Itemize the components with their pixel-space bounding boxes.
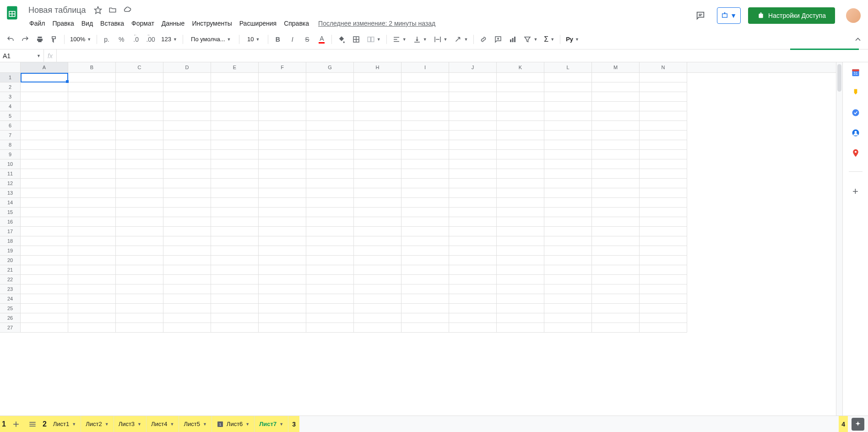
cell-I14[interactable] <box>401 198 449 208</box>
cell-N5[interactable] <box>640 111 687 121</box>
cell-A10[interactable] <box>21 159 68 169</box>
cell-D18[interactable] <box>163 236 211 246</box>
cell-I19[interactable] <box>401 246 449 256</box>
cell-D1[interactable] <box>163 73 211 82</box>
cell-D20[interactable] <box>163 256 211 265</box>
collapse-toolbar-icon[interactable] <box>853 35 863 44</box>
move-folder-icon[interactable] <box>107 5 118 16</box>
cell-I23[interactable] <box>401 284 449 294</box>
cell-D21[interactable] <box>163 265 211 275</box>
cell-C20[interactable] <box>116 256 163 265</box>
calendar-icon[interactable]: 31 <box>851 68 860 77</box>
cell-H26[interactable] <box>354 313 401 323</box>
cell-D2[interactable] <box>163 82 211 92</box>
cell-K24[interactable] <box>497 294 544 304</box>
cell-F3[interactable] <box>259 92 306 102</box>
cell-F7[interactable] <box>259 131 306 140</box>
cell-N20[interactable] <box>640 256 687 265</box>
cell-L7[interactable] <box>544 131 592 140</box>
cell-H23[interactable] <box>354 284 401 294</box>
cell-E8[interactable] <box>211 140 259 150</box>
row-header-10[interactable]: 10 <box>0 159 20 169</box>
cell-E11[interactable] <box>211 169 259 179</box>
cell-L8[interactable] <box>544 140 592 150</box>
cell-L6[interactable] <box>544 121 592 131</box>
comments-button[interactable] <box>691 6 710 25</box>
cell-K9[interactable] <box>497 150 544 159</box>
redo-button[interactable] <box>18 33 32 46</box>
cell-H14[interactable] <box>354 198 401 208</box>
col-header-G[interactable]: G <box>306 62 354 72</box>
cell-L11[interactable] <box>544 169 592 179</box>
row-header-13[interactable]: 13 <box>0 188 20 198</box>
cell-J14[interactable] <box>449 198 497 208</box>
cell-G14[interactable] <box>306 198 354 208</box>
cell-F1[interactable] <box>259 73 306 82</box>
cell-K20[interactable] <box>497 256 544 265</box>
cell-F18[interactable] <box>259 236 306 246</box>
cell-F4[interactable] <box>259 102 306 111</box>
cell-A22[interactable] <box>21 275 68 284</box>
cell-M27[interactable] <box>592 323 640 333</box>
cell-A1[interactable] <box>21 73 68 82</box>
cell-L26[interactable] <box>544 313 592 323</box>
font-size-dropdown[interactable]: 10▼ <box>242 33 265 46</box>
cell-L9[interactable] <box>544 150 592 159</box>
row-header-17[interactable]: 17 <box>0 227 20 236</box>
cell-B23[interactable] <box>68 284 116 294</box>
cell-H21[interactable] <box>354 265 401 275</box>
cell-I9[interactable] <box>401 150 449 159</box>
cell-C18[interactable] <box>116 236 163 246</box>
cell-F5[interactable] <box>259 111 306 121</box>
cell-A24[interactable] <box>21 294 68 304</box>
cell-N14[interactable] <box>640 198 687 208</box>
sheet-tab-7[interactable]: Лист7▼ <box>255 416 288 432</box>
cell-M10[interactable] <box>592 159 640 169</box>
all-sheets-button[interactable] <box>24 416 41 432</box>
cell-I18[interactable] <box>401 236 449 246</box>
cell-E25[interactable] <box>211 304 259 313</box>
cell-L20[interactable] <box>544 256 592 265</box>
cell-D15[interactable] <box>163 208 211 217</box>
side-panel-collapse-icon[interactable] <box>851 417 860 427</box>
cell-G1[interactable] <box>306 73 354 82</box>
cell-E12[interactable] <box>211 179 259 188</box>
zoom-dropdown[interactable]: 100%▼ <box>67 33 94 46</box>
cell-H4[interactable] <box>354 102 401 111</box>
cell-F6[interactable] <box>259 121 306 131</box>
cell-N23[interactable] <box>640 284 687 294</box>
add-sheet-button[interactable] <box>8 416 24 432</box>
percent-button[interactable]: % <box>114 33 128 46</box>
cell-B16[interactable] <box>68 217 116 227</box>
cell-N13[interactable] <box>640 188 687 198</box>
cell-A2[interactable] <box>21 82 68 92</box>
cell-A20[interactable] <box>21 256 68 265</box>
cell-F23[interactable] <box>259 284 306 294</box>
cell-K4[interactable] <box>497 102 544 111</box>
cell-M6[interactable] <box>592 121 640 131</box>
cell-M13[interactable] <box>592 188 640 198</box>
cell-I4[interactable] <box>401 102 449 111</box>
cell-I20[interactable] <box>401 256 449 265</box>
cell-J24[interactable] <box>449 294 497 304</box>
cell-C24[interactable] <box>116 294 163 304</box>
cell-D19[interactable] <box>163 246 211 256</box>
menu-insert[interactable]: Вставка <box>97 18 128 29</box>
cell-C11[interactable] <box>116 169 163 179</box>
row-header-19[interactable]: 19 <box>0 246 20 256</box>
cell-C2[interactable] <box>116 82 163 92</box>
cell-M5[interactable] <box>592 111 640 121</box>
cell-N6[interactable] <box>640 121 687 131</box>
cell-F20[interactable] <box>259 256 306 265</box>
cell-A8[interactable] <box>21 140 68 150</box>
row-header-27[interactable]: 27 <box>0 323 20 333</box>
cell-I27[interactable] <box>401 323 449 333</box>
col-header-M[interactable]: M <box>592 62 640 72</box>
cell-M20[interactable] <box>592 256 640 265</box>
cell-I8[interactable] <box>401 140 449 150</box>
insert-comment-button[interactable] <box>491 33 505 46</box>
cell-I16[interactable] <box>401 217 449 227</box>
cell-I10[interactable] <box>401 159 449 169</box>
filter-dropdown[interactable]: ▼ <box>521 33 540 46</box>
cell-L21[interactable] <box>544 265 592 275</box>
